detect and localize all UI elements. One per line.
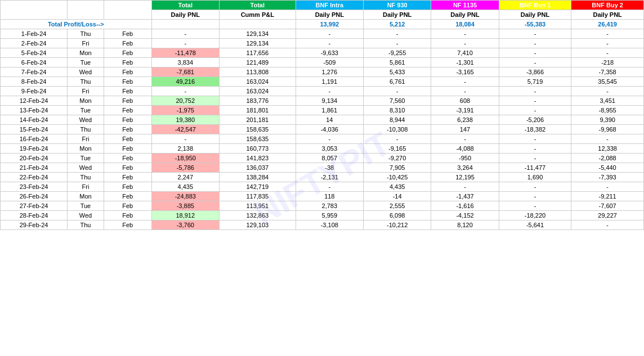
cell-day: Mon	[68, 48, 104, 58]
col-bnfbuy2-header: BNF Buy 2	[571, 1, 644, 10]
cell-nf1135: -950	[431, 154, 499, 163]
col-bnfintra-header: BNF Intra	[296, 1, 363, 10]
cell-nf1135: -1,616	[431, 201, 499, 211]
total-label: Total Profit/Loss-->	[1, 20, 152, 29]
table-row: 29-Feb-24ThuFeb-3,760129,103-3,108-10,21…	[1, 220, 644, 230]
table-row: 21-Feb-24WedFeb-5,786136,037-387,9053,26…	[1, 163, 644, 173]
cell-month: Feb	[104, 144, 151, 154]
cell-day: Thu	[68, 125, 104, 134]
cell-bnfintra: -	[296, 134, 363, 144]
cell-month: Feb	[104, 96, 151, 106]
cell-nf930: -9,270	[363, 154, 431, 163]
table-row: 16-Feb-24FriFeb-158,635-----	[1, 134, 644, 144]
table-row: 2-Feb-24FriFeb-129,134-----	[1, 39, 644, 48]
cell-bnfbuy1: -	[499, 39, 571, 48]
cell-month: Feb	[104, 58, 151, 67]
cell-date: 26-Feb-24	[1, 192, 68, 201]
cell-date: 8-Feb-24	[1, 77, 68, 87]
col-total-daily-sub: Daily PNL	[151, 10, 219, 20]
table-row: 27-Feb-24TueFeb-3,885113,9512,7832,555-1…	[1, 201, 644, 211]
cell-daily-pnl: -3,885	[151, 201, 219, 211]
cell-month: Feb	[104, 182, 151, 192]
cell-nf1135: -	[431, 39, 499, 48]
cell-date: 12-Feb-24	[1, 96, 68, 106]
cell-bnfintra: -	[296, 39, 363, 48]
total-nf1135: 18,084	[431, 20, 499, 29]
cell-nf1135: -	[431, 182, 499, 192]
cell-bnfbuy1: -3,866	[499, 67, 571, 77]
cell-bnfbuy1: -5,206	[499, 115, 571, 125]
cell-cumm: 113,808	[219, 67, 296, 77]
cell-cumm: 160,773	[219, 144, 296, 154]
cell-nf930: 6,761	[363, 77, 431, 87]
cell-cumm: 158,635	[219, 134, 296, 144]
cell-day: Fri	[68, 87, 104, 96]
cell-bnfbuy2: -	[571, 220, 644, 230]
cell-day: Fri	[68, 39, 104, 48]
cell-nf1135: 608	[431, 96, 499, 106]
cell-month: Feb	[104, 163, 151, 173]
cell-month: Feb	[104, 39, 151, 48]
cell-day: Fri	[68, 182, 104, 192]
cell-bnfbuy1: 5,719	[499, 77, 571, 87]
cell-nf1135: 6,238	[431, 115, 499, 125]
cell-bnfintra: -3,108	[296, 220, 363, 230]
cell-day: Tue	[68, 201, 104, 211]
cell-nf930: 7,905	[363, 163, 431, 173]
cell-month: Feb	[104, 106, 151, 115]
total-nf930: 5,212	[363, 20, 431, 29]
header-row-1: Date Day Month Total Total BNF Intra NF …	[1, 1, 644, 10]
cell-nf1135: 8,120	[431, 220, 499, 230]
cell-cumm: 132,863	[219, 211, 296, 220]
cell-day: Wed	[68, 67, 104, 77]
cell-bnfbuy2: -	[571, 48, 644, 58]
col-bnfbuy1-header: BNF Buy 1	[499, 1, 571, 10]
cell-daily-pnl: 20,752	[151, 96, 219, 106]
cell-daily-pnl: 18,912	[151, 211, 219, 220]
cell-month: Feb	[104, 115, 151, 125]
cell-bnfbuy1: -	[499, 154, 571, 163]
cell-nf930: 5,861	[363, 58, 431, 67]
cell-bnfintra: 1,276	[296, 67, 363, 77]
col-date-header: Date	[1, 1, 68, 20]
cell-date: 15-Feb-24	[1, 125, 68, 134]
cell-daily-pnl: 3,834	[151, 58, 219, 67]
cell-bnfintra: 1,861	[296, 106, 363, 115]
cell-nf1135: -3,165	[431, 67, 499, 77]
cell-day: Fri	[68, 134, 104, 144]
cell-bnfbuy1: -18,220	[499, 211, 571, 220]
cell-daily-pnl: -	[151, 39, 219, 48]
col-bnfbuy2-sub: Daily PNL	[571, 10, 644, 20]
cell-month: Feb	[104, 173, 151, 182]
col-total-cumm-sub: Cumm P&L	[219, 10, 296, 20]
cell-date: 19-Feb-24	[1, 144, 68, 154]
cell-bnfbuy2: -7,358	[571, 67, 644, 77]
totals-row: Total Profit/Loss--> 13,992 5,212 18,084…	[1, 20, 644, 29]
cell-bnfbuy2: 9,390	[571, 115, 644, 125]
cell-cumm: 117,656	[219, 48, 296, 58]
table-row: 1-Feb-24ThuFeb-129,134-----	[1, 29, 644, 39]
cell-nf930: -10,425	[363, 173, 431, 182]
cell-day: Thu	[68, 173, 104, 182]
cell-cumm: 141,823	[219, 154, 296, 163]
cell-date: 20-Feb-24	[1, 154, 68, 163]
cell-bnfbuy1: -	[499, 48, 571, 58]
cell-daily-pnl: -18,950	[151, 154, 219, 163]
cell-bnfintra: 8,057	[296, 154, 363, 163]
cell-cumm: 163,024	[219, 77, 296, 87]
cell-cumm: 113,951	[219, 201, 296, 211]
cell-bnfbuy1: -	[499, 96, 571, 106]
cell-date: 14-Feb-24	[1, 115, 68, 125]
cell-cumm: 142,719	[219, 182, 296, 192]
col-total-cumm-header: Total	[219, 1, 296, 10]
table-row: 7-Feb-24WedFeb-7,681113,8081,2765,433-3,…	[1, 67, 644, 77]
cell-date: 1-Feb-24	[1, 29, 68, 39]
cell-nf930: 8,310	[363, 106, 431, 115]
cell-day: Tue	[68, 58, 104, 67]
col-day-header: Day	[68, 1, 104, 20]
cell-daily-pnl: -	[151, 134, 219, 144]
table-row: 23-Feb-24FriFeb4,435142,719-4,435---	[1, 182, 644, 192]
cell-month: Feb	[104, 220, 151, 230]
cell-date: 28-Feb-24	[1, 211, 68, 220]
cell-bnfbuy2: -	[571, 134, 644, 144]
